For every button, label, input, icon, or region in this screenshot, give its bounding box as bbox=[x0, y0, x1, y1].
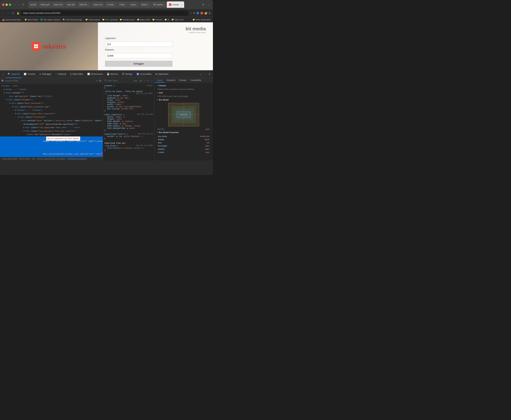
devtools-more-button[interactable]: ··· bbox=[203, 72, 207, 76]
html-line-input-password[interactable]: <input id="password" class="logintext" n… bbox=[0, 136, 103, 149]
tab-performance[interactable]: 📊 Performance bbox=[85, 71, 105, 78]
tab-index2[interactable]: Index of /li bbox=[91, 1, 105, 8]
layout-tab-changes[interactable]: Changes bbox=[177, 78, 188, 82]
css-light-button[interactable]: ☀ bbox=[146, 79, 149, 82]
css-plus-button[interactable]: + bbox=[143, 79, 145, 82]
html-line-main-container-bg[interactable]: ▼<div class="main_container_bg"> bbox=[0, 105, 103, 109]
html-line-header[interactable]: ▶<header> ··· </header> bbox=[0, 109, 103, 112]
tab-storage[interactable]: 🗄 Storage bbox=[120, 71, 134, 78]
bookmark-ai[interactable]: 📁 AI bbox=[164, 18, 170, 21]
tab-application[interactable]: ⊞ Application bbox=[154, 71, 170, 78]
tab-webu[interactable]: WebU... bbox=[139, 1, 151, 8]
tab-folien[interactable]: Folien.pdf bbox=[38, 1, 51, 8]
bookmark-most-visited[interactable]: ⭐ Most Visited bbox=[24, 18, 39, 21]
tab-setti[interactable]: ⚙ Setti... bbox=[105, 1, 117, 8]
add-node-icon[interactable]: + bbox=[96, 79, 98, 82]
html-line-row-loginname[interactable]: ▶<div class="row_loginname form_row"> ··… bbox=[0, 126, 103, 129]
tab-console[interactable]: ⬜ Console bbox=[22, 71, 37, 78]
tab-inspector[interactable]: 🔍 Inspector bbox=[6, 71, 22, 78]
tab-memory[interactable]: 💾 Memory bbox=[105, 71, 120, 78]
bookmark-data-search[interactable]: 🌐 Your data in Search bbox=[39, 18, 61, 21]
box-model-props-header[interactable]: ▼ Box Model Properties bbox=[155, 131, 212, 134]
html-line-waitdiv[interactable]: <div id="waitDiv" class="wait"></div> bbox=[0, 95, 103, 98]
forward-button[interactable]: › bbox=[18, 2, 21, 7]
breadcrumb-form[interactable]: form bbox=[32, 158, 35, 160]
html-line-main-container[interactable]: ▼<div class="main_container"> bbox=[0, 102, 103, 105]
bookmark-star-icon[interactable]: ☆ bbox=[190, 12, 192, 15]
bookmark-italien[interactable]: 📁 Italien 2022 bbox=[136, 18, 151, 21]
reload-addr-button[interactable]: ↻ bbox=[11, 11, 15, 15]
tab-probl[interactable]: Probl... bbox=[117, 1, 128, 8]
bookmark-other[interactable]: 📁 Other Bookmarks bbox=[192, 18, 211, 21]
minimize-button[interactable] bbox=[6, 4, 8, 6]
extension-icon[interactable]: 🔴 bbox=[200, 12, 203, 15]
address-input[interactable] bbox=[21, 10, 188, 16]
breadcrumb-input[interactable]: input#password.logintext bbox=[67, 158, 87, 160]
box-model-section-header[interactable]: ▼ Box Model bbox=[155, 98, 212, 102]
login-button[interactable]: Einloggen bbox=[105, 61, 172, 67]
html-line-frm-block[interactable]: ▼<div class="frm_block"> bbox=[0, 116, 103, 119]
reload-button[interactable]: ↻ bbox=[21, 2, 26, 7]
tab-accessibility[interactable]: ♿ Accessibility bbox=[135, 71, 153, 78]
tab-index1[interactable]: Index of /li bbox=[52, 1, 65, 8]
layout-tab-computed[interactable]: Computed bbox=[164, 78, 177, 82]
html-line-row-password[interactable]: ▼<div class="row_password form_row clear… bbox=[0, 129, 103, 133]
password-input[interactable] bbox=[105, 53, 172, 58]
flexbox-section-header[interactable]: ▼ Flexbox bbox=[155, 84, 212, 87]
loginname-input[interactable] bbox=[105, 42, 172, 47]
css-filter-input[interactable] bbox=[108, 80, 132, 82]
maximize-button[interactable] bbox=[9, 4, 11, 6]
close-button[interactable] bbox=[2, 4, 4, 6]
bookmark-moodle[interactable]: 📁 Moodle-Kurse bbox=[119, 18, 135, 21]
back-button[interactable]: ‹ bbox=[14, 2, 17, 7]
tab-2022[interactable]: 2022-09-... bbox=[77, 1, 91, 8]
bookmark-leo[interactable]: 🦁 LEO Deutsch-Engl... bbox=[62, 18, 84, 21]
pick-element-icon[interactable]: ⊕ bbox=[99, 79, 101, 82]
tab-debugger[interactable]: ⏸ Debugger bbox=[37, 71, 53, 78]
breadcrumb-frm[interactable]: div.frm_block bbox=[19, 158, 30, 160]
tab-keepa[interactable]: 🌱KeePa... bbox=[151, 1, 166, 8]
tab-close-icon[interactable]: ✕ bbox=[181, 4, 182, 6]
profile-icon[interactable]: 🔵 bbox=[196, 12, 199, 15]
html-search-input[interactable] bbox=[5, 80, 95, 82]
new-tab-button[interactable]: + bbox=[201, 3, 205, 7]
grid-section-header[interactable]: ▼ Grid bbox=[155, 91, 212, 94]
back-addr-button[interactable]: ‹ bbox=[2, 11, 5, 15]
breadcrumb-rowpw[interactable]: div.row_password.form_row.clearfix bbox=[37, 158, 65, 160]
css-dark-button[interactable]: 🌑 bbox=[150, 79, 153, 82]
css-hover-button[interactable]: :hov bbox=[133, 79, 138, 82]
bookmark-themen[interactable]: 📁 Themen bbox=[152, 18, 163, 21]
breadcrumb-login[interactable]: < login_form.clearfix bbox=[1, 158, 17, 160]
html-line-form2[interactable]: autocomplete="off" data-bitwarden-watchi… bbox=[0, 123, 103, 126]
html-line-input-password2[interactable]: data-com.bitwarden.browser.user-edited="… bbox=[0, 149, 103, 157]
color-swatch[interactable] bbox=[131, 106, 132, 107]
html-line-wrapper[interactable]: ▼<div class="wrapper"> bbox=[0, 98, 103, 102]
tab-ipt[interactable]: ipt.pdf bbox=[28, 1, 38, 8]
layout-tab-compatibility[interactable]: Compatibility bbox=[188, 78, 203, 82]
html-line-form1[interactable]: <form method="post" action="j_security_c… bbox=[0, 119, 103, 123]
devtools-responsive-button[interactable]: ⬚ bbox=[199, 72, 203, 76]
menu-icon[interactable]: ☰ bbox=[209, 12, 211, 15]
bitwarden-icon[interactable]: 🔐 bbox=[204, 12, 207, 15]
tab-newtab[interactable]: New Tab bbox=[65, 1, 77, 8]
bookmark-import[interactable]: 📥 Import bookmarks... bbox=[1, 18, 23, 21]
tab-list-button[interactable]: ⌄ bbox=[207, 2, 211, 7]
devtools-close-button[interactable]: ✕ bbox=[208, 72, 211, 76]
download-icon[interactable]: ⬇ bbox=[193, 12, 195, 15]
forward-addr-button[interactable]: › bbox=[7, 11, 10, 15]
tab-using[interactable]: Using... bbox=[128, 1, 139, 8]
html-line-login-form[interactable]: ▼<div class="login_form clearfix"> bbox=[0, 112, 103, 116]
css-class-button[interactable]: .cls bbox=[139, 79, 143, 82]
bookmark-htl[interactable]: 📁 HTL Leonding bbox=[101, 18, 118, 21]
html-line-label[interactable]: <label for="password">Password</label> bbox=[0, 133, 103, 136]
devtools-picker-button[interactable]: ⬚ bbox=[1, 72, 6, 76]
tab-sokrates[interactable]: sokrate ✕ bbox=[167, 1, 184, 8]
html-line-html[interactable]: ▼<html> event bbox=[0, 84, 103, 88]
html-line-body[interactable]: ▼<body onload=""> bbox=[0, 91, 103, 95]
bookmark-tolle[interactable]: 📁 Tolle Links bbox=[171, 18, 184, 21]
layout-more-button[interactable]: ⌄ bbox=[209, 78, 212, 82]
html-line-head[interactable]: ▶<head> ··· </head> bbox=[0, 88, 103, 91]
tab-style-editor[interactable]: {} Style Editor bbox=[68, 71, 85, 78]
layout-tab-layout[interactable]: Layout bbox=[155, 78, 164, 82]
tab-network[interactable]: ↑↓ Network bbox=[54, 71, 68, 78]
